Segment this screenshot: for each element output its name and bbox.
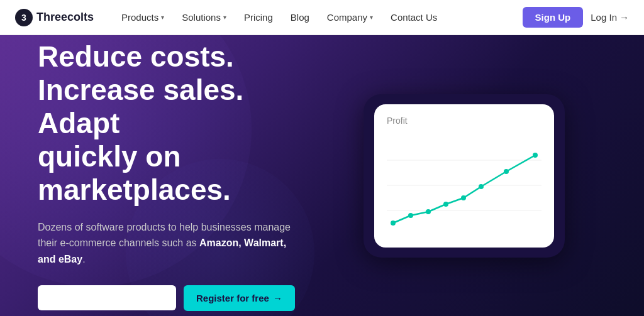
profit-chart — [387, 132, 541, 239]
chevron-down-icon: ▾ — [161, 14, 164, 21]
logo[interactable]: 3 Threecolts — [15, 9, 94, 26]
svg-point-3 — [391, 221, 396, 226]
nav-label-pricing: Pricing — [244, 12, 273, 23]
nav-item-pricing[interactable]: Pricing — [236, 8, 280, 26]
nav-item-contact[interactable]: Contact Us — [383, 8, 445, 26]
nav-item-blog[interactable]: Blog — [283, 8, 317, 26]
svg-point-7 — [461, 195, 466, 200]
svg-point-8 — [479, 184, 484, 189]
nav-label-products: Products — [121, 12, 158, 23]
hero-cta: Register for free → — [38, 285, 322, 311]
svg-point-9 — [504, 169, 509, 174]
nav-label-solutions: Solutions — [182, 12, 221, 23]
nav-links: Products ▾ Solutions ▾ Pricing Blog Comp… — [114, 8, 523, 26]
arrow-right-icon: → — [619, 12, 629, 23]
chevron-down-icon: ▾ — [370, 14, 373, 21]
register-button[interactable]: Register for free → — [184, 285, 295, 311]
chevron-down-icon: ▾ — [223, 14, 226, 21]
chart-card-inner: Profit — [374, 104, 554, 248]
login-label: Log In — [591, 12, 617, 23]
chart-card-outer: Profit — [364, 94, 565, 258]
login-button[interactable]: Log In → — [591, 12, 629, 23]
hero-section: Reduce costs.Increase sales. Adaptquickl… — [0, 35, 644, 316]
nav-label-contact: Contact Us — [391, 12, 437, 23]
hero-content: Reduce costs.Increase sales. Adaptquickl… — [38, 40, 322, 310]
arrow-right-icon: → — [273, 293, 282, 303]
nav-item-solutions[interactable]: Solutions ▾ — [174, 8, 234, 26]
email-input[interactable] — [38, 285, 176, 310]
hero-subtext-after: . — [82, 254, 85, 264]
navbar: 3 Threecolts Products ▾ Solutions ▾ Pric… — [0, 0, 644, 35]
svg-point-6 — [443, 202, 448, 207]
nav-label-company: Company — [327, 12, 367, 23]
chart-label: Profit — [387, 116, 541, 126]
nav-label-blog: Blog — [291, 12, 309, 23]
register-label: Register for free — [196, 293, 269, 303]
nav-item-products[interactable]: Products ▾ — [114, 8, 172, 26]
hero-visual: Profit — [322, 94, 606, 258]
hero-headline: Reduce costs.Increase sales. Adaptquickl… — [38, 40, 322, 206]
nav-actions: Sign Up Log In → — [523, 7, 629, 28]
nav-item-company[interactable]: Company ▾ — [319, 8, 380, 26]
logo-icon: 3 — [15, 9, 33, 26]
signup-button[interactable]: Sign Up — [523, 7, 584, 28]
logo-text: Threecolts — [36, 11, 94, 24]
svg-point-10 — [533, 153, 538, 158]
svg-point-4 — [408, 213, 413, 218]
hero-subtext: Dozens of software products to help busi… — [38, 219, 302, 268]
svg-point-5 — [426, 209, 431, 214]
